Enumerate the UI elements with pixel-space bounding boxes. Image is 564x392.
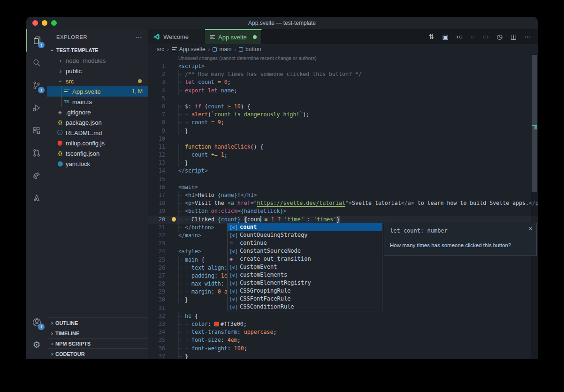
file-readme-md[interactable]: ⓘREADME.md [47, 128, 148, 138]
file-app-svelte[interactable]: App.svelte1, M [47, 86, 148, 97]
code-line-15[interactable]: 15 [148, 175, 538, 183]
suggest-item-cssgroupingrule[interactable]: [⊘]CSSGroupingRule [228, 287, 382, 295]
suggest-item-customelementregistry[interactable]: [⊘]CustomElementRegistry [228, 279, 382, 287]
file-yarn-lock[interactable]: yarn.lock [47, 158, 148, 169]
open-changes-icon[interactable]: ▣ [442, 33, 449, 40]
code-line-10[interactable]: 10 [148, 135, 538, 143]
code-line-14[interactable]: 14</script> [148, 167, 538, 175]
file-tsconfig-json[interactable]: {}tsconfig.json [47, 148, 148, 158]
source-control-icon[interactable]: 1 [26, 74, 47, 97]
code-line-11[interactable]: 11→function handleClick() { [148, 143, 538, 151]
file-package-json[interactable]: {}package.json [47, 117, 148, 128]
suggest-item-constantsourcenode[interactable]: [⊘]ConstantSourceNode [228, 247, 382, 255]
minimize-window-button[interactable] [42, 20, 47, 26]
folder-src[interactable]: ›src [47, 76, 148, 86]
timeline-icon[interactable]: ◷ [497, 33, 503, 40]
file--gitignore[interactable]: ◈.gitignore [47, 107, 148, 117]
settings-icon[interactable]: ⚙ [26, 333, 47, 356]
panel-timeline[interactable]: ›TIMELINE [47, 328, 148, 338]
folder-node-modules[interactable]: ›node_modules [47, 55, 148, 66]
panel-outline[interactable]: ›OUTLINE [47, 317, 148, 328]
current-change-icon[interactable]: ○ [471, 33, 474, 40]
suggest-item-countqueuingstrategy[interactable]: [⊘]CountQueuingStrategy [228, 231, 382, 239]
azure-icon[interactable] [26, 187, 47, 209]
explorer-icon[interactable]: 1 [26, 29, 47, 52]
code-line-34[interactable]: 34→→text-transform: uppercase; [148, 328, 538, 336]
run-debug-icon[interactable] [26, 97, 47, 119]
more-actions-icon[interactable]: ⋯ [525, 33, 531, 40]
code-text: →→count = 9; [165, 119, 224, 127]
scrollbar-thumb[interactable] [532, 55, 537, 192]
breadcrumb-item-button[interactable]: button [239, 46, 261, 53]
close-icon[interactable]: × [529, 225, 533, 233]
codelens-unsaved-changes[interactable]: Unsaved changes (cannot determine recent… [148, 54, 538, 62]
line-number: 12 [148, 151, 165, 159]
code-line-2[interactable]: 2→/** How many times has someone clicked… [148, 70, 538, 78]
suggest-item-customevent[interactable]: [⊘]CustomEvent [228, 263, 382, 271]
suggest-item-create_out_transition[interactable]: ◈create_out_transition [228, 255, 382, 263]
split-editor-icon[interactable]: ◫ [511, 33, 517, 40]
code-line-6[interactable]: 6→$: if (count ≥ 10) { [148, 103, 538, 111]
workspace-section-header[interactable]: › TEST-TEMPLATE [47, 45, 148, 55]
code-line-3[interactable]: 3→let count = 0; [148, 78, 538, 86]
previous-change-icon[interactable]: ‹○ [457, 33, 463, 40]
panel-codetour[interactable]: ›CODETOUR [47, 348, 148, 359]
code-text: →<h1>Hello {name}!</h1> [165, 191, 257, 199]
unsaved-dot-icon[interactable] [253, 35, 257, 39]
code-text: →<button on:click={handleClick}> [165, 207, 286, 215]
suggest-item-customelements[interactable]: [⊘]customElements [228, 271, 382, 279]
code-line-8[interactable]: 8→→count = 9; [148, 119, 538, 127]
breadcrumb-item-src[interactable]: src [157, 46, 164, 53]
code-line-36[interactable]: 36→→font-weight: 100; [148, 345, 538, 353]
explorer-badge: 1 [38, 42, 45, 48]
overview-ruler-change-mark [534, 126, 537, 129]
code-line-37[interactable]: 37→} [148, 353, 538, 359]
code-line-1[interactable]: 1<script> [148, 62, 538, 70]
code-line-12[interactable]: 12→→count += 1; [148, 151, 538, 159]
suggest-item-count[interactable]: [⊘]count [228, 223, 382, 231]
suggest-item-label: CSSConditionRule [240, 303, 294, 311]
code-line-13[interactable]: 13→} [148, 159, 538, 167]
code-line-18[interactable]: 18→<p>Visit the <a href="https://svelte.… [148, 199, 538, 207]
file-rollup-config-js[interactable]: rollup.config.js [47, 138, 148, 148]
suggest-item-continue[interactable]: ≡continue [228, 239, 382, 247]
zoom-window-button[interactable] [51, 20, 57, 26]
pull-requests-icon[interactable] [26, 142, 47, 164]
panel-npm-scripts[interactable]: ›NPM SCRIPTS [47, 338, 148, 348]
code-line-35[interactable]: 35→→font-size: 4em; [148, 336, 538, 344]
lightbulb-icon[interactable] [172, 217, 176, 221]
line-number: 24 [148, 248, 165, 256]
breadcrumb-item-app-svelte[interactable]: App.svelte [172, 46, 206, 53]
code-line-33[interactable]: 33→→color: #ff3e00; [148, 320, 538, 328]
tab-welcome[interactable]: Welcome [148, 29, 205, 44]
chevron-right-icon: › [57, 68, 64, 75]
next-change-icon[interactable]: ○› [482, 33, 488, 40]
breadcrumb-item-main[interactable]: main [213, 46, 231, 53]
code-line-19[interactable]: 19→<button on:click={handleClick}> [148, 207, 538, 215]
code-text: →} [165, 127, 188, 135]
code-line-7[interactable]: 7→→alert(`count is dangerously high!`); [148, 111, 538, 119]
variable-symbol-icon: [⊘] [229, 271, 240, 279]
explorer-more-actions-icon[interactable]: ⋯ [136, 33, 143, 41]
code-editor[interactable]: Unsaved changes (cannot determine recent… [148, 54, 538, 359]
code-line-9[interactable]: 9→} [148, 127, 538, 135]
code-line-16[interactable]: 16<main> [148, 183, 538, 191]
live-share-icon[interactable] [26, 164, 47, 187]
file-main-ts[interactable]: TSmain.ts [47, 97, 148, 107]
close-window-button[interactable] [32, 20, 38, 26]
folder-public[interactable]: ›public [47, 66, 148, 76]
code-line-5[interactable]: 5 [148, 95, 538, 103]
accounts-icon[interactable]: 1 [26, 311, 47, 333]
code-line-4[interactable]: 4→export let name; [148, 87, 538, 95]
file-label: package.json [66, 119, 102, 126]
compare-changes-icon[interactable]: ⇅ [429, 33, 434, 40]
suggest-item-cssfontfacerule[interactable]: [⊘]CSSFontFaceRule [228, 295, 382, 303]
suggest-item-cssconditionrule[interactable]: [⊘]CSSConditionRule [228, 303, 382, 311]
extensions-icon[interactable] [26, 119, 47, 142]
tab-app-svelte[interactable]: App.svelte [205, 29, 262, 44]
code-line-32[interactable]: 32→h1 { [148, 312, 538, 320]
line-number: 10 [148, 135, 165, 143]
search-icon[interactable] [26, 52, 47, 74]
editor-group: Welcome App.svelte ⇅▣‹○○○›◷◫⋯ src›App.sv… [148, 29, 538, 359]
code-line-17[interactable]: 17→<h1>Hello {name}!</h1> [148, 191, 538, 199]
